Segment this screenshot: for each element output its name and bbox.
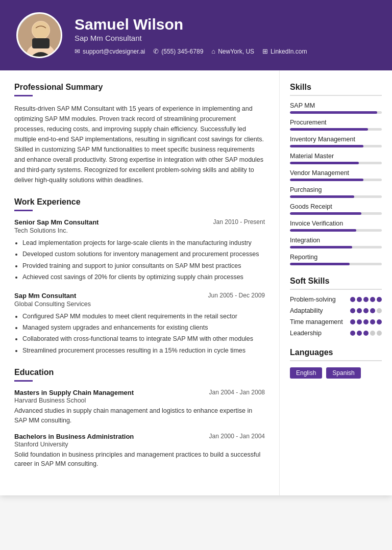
summary-section: Professional Summary Results-driven SAP … (14, 83, 265, 185)
skill-integration-bar-bg (290, 246, 382, 248)
dot-2 (357, 297, 362, 302)
location-text: NewYork, US (218, 48, 254, 55)
job-1: Senior Sap Mm Consultant Jan 2010 - Pres… (14, 218, 265, 283)
skill-vendor: Vendor Management (290, 169, 382, 181)
job-2: Sap Mm Consultant Jun 2005 - Dec 2009 Gl… (14, 292, 265, 356)
header-title: Sap Mm Consultant (75, 34, 376, 42)
edu-1-school: Harvard Business School (14, 397, 265, 404)
dot-4 (370, 297, 375, 302)
skill-procurement-name: Procurement (290, 119, 382, 126)
dot-3 (363, 331, 369, 336)
soft-skill-problem: Problem-solving (290, 296, 382, 303)
body: Professional Summary Results-driven SAP … (0, 70, 392, 495)
skill-inventory-name: Inventory Management (290, 136, 382, 143)
edu-1-desc: Advanced studies in supply chain managem… (14, 406, 265, 426)
education-section: Education Masters in Supply Chain Manage… (14, 368, 265, 469)
skill-procurement-bar-bg (290, 128, 382, 131)
job-2-header: Sap Mm Consultant Jun 2005 - Dec 2009 (14, 292, 265, 299)
email-text: support@cvdesigner.ai (83, 48, 145, 55)
edu-1: Masters in Supply Chain Management Jan 2… (14, 389, 265, 426)
edu-2-degree: Bachelors in Business Administration (14, 433, 134, 440)
skill-sap-mm-bar-bg (290, 111, 382, 114)
job-2-date: Jun 2005 - Dec 2009 (208, 292, 265, 299)
skill-goods-name: Goods Receipt (290, 203, 382, 210)
soft-skill-problem-name: Problem-solving (290, 296, 350, 303)
soft-skill-leadership-dots (350, 331, 382, 336)
summary-title: Professional Summary (14, 83, 265, 92)
edu-2-header: Bachelors in Business Administration Jan… (14, 433, 265, 440)
job-2-title: Sap Mm Consultant (14, 292, 76, 299)
email-icon: ✉ (75, 47, 80, 55)
summary-divider (14, 95, 33, 96)
soft-skill-leadership: Leadership (290, 330, 382, 337)
job-2-company: Global Consulting Services (14, 301, 265, 308)
skill-material-bar-bg (290, 162, 382, 164)
skill-reporting-bar-bg (290, 263, 382, 265)
job-1-bullet-2: Developed custom solutions for inventory… (22, 249, 265, 259)
job-1-bullet-1: Lead implementation projects for large-s… (22, 238, 265, 248)
skill-sap-mm-bar-fill (290, 111, 377, 114)
education-title: Education (14, 368, 265, 377)
contact-linkedin[interactable]: ⊞ LinkedIn.com (262, 47, 307, 55)
job-2-bullets: Configured SAP MM modules to meet client… (14, 312, 265, 356)
phone-icon: ✆ (153, 47, 159, 55)
education-divider (14, 380, 33, 382)
linkedin-icon: ⊞ (262, 47, 268, 55)
language-tags: English Spanish (290, 367, 382, 379)
skill-invoice-bar-fill (290, 229, 356, 232)
dot-4 (370, 319, 375, 324)
skill-goods: Goods Receipt (290, 203, 382, 215)
skill-vendor-name: Vendor Management (290, 169, 382, 177)
skill-sap-mm-name: SAP MM (290, 102, 382, 109)
dot-5 (377, 331, 382, 336)
contact-email: ✉ support@cvdesigner.ai (75, 47, 145, 55)
skill-invoice: Invoice Verification (290, 220, 382, 232)
skill-material-bar-fill (290, 162, 359, 164)
edu-1-date: Jan 2004 - Jan 2008 (209, 389, 265, 396)
job-2-bullet-3: Collaborated with cross-functional teams… (22, 334, 265, 344)
dot-1 (350, 308, 355, 313)
avatar (16, 12, 62, 58)
edu-2-desc: Solid foundation in business principles … (14, 450, 265, 469)
header-name: Samuel Wilson (75, 15, 376, 34)
dot-3 (363, 297, 369, 302)
skill-reporting-bar-fill (290, 263, 350, 265)
soft-skills-divider (290, 289, 382, 290)
skill-reporting-name: Reporting (290, 254, 382, 261)
linkedin-text: LinkedIn.com (271, 48, 307, 55)
soft-skills-title: Soft Skills (290, 277, 382, 286)
phone-text: (555) 345-6789 (161, 48, 203, 55)
soft-skill-adaptability: Adaptability (290, 307, 382, 314)
dot-2 (357, 331, 362, 336)
job-1-bullet-4: Achieved cost savings of 20% for clients… (22, 272, 265, 282)
dot-3 (363, 308, 369, 313)
skill-vendor-bar-fill (290, 179, 363, 181)
skill-integration: Integration (290, 237, 382, 248)
skill-integration-bar-fill (290, 246, 352, 248)
skills-title: Skills (290, 83, 382, 92)
summary-text: Results-driven SAP MM Consultant with 15… (14, 104, 265, 185)
skill-procurement: Procurement (290, 119, 382, 131)
dot-4 (370, 331, 375, 336)
dot-2 (357, 308, 362, 313)
dot-5 (377, 319, 382, 324)
skill-purchasing: Purchasing (290, 186, 382, 198)
dot-5 (377, 308, 382, 313)
dot-1 (350, 319, 355, 324)
skill-goods-bar-bg (290, 212, 382, 215)
edu-2: Bachelors in Business Administration Jan… (14, 433, 265, 469)
experience-divider (14, 210, 33, 211)
languages-divider (290, 360, 382, 361)
skill-reporting: Reporting (290, 254, 382, 265)
skill-goods-bar-fill (290, 212, 361, 215)
job-1-header: Senior Sap Mm Consultant Jan 2010 - Pres… (14, 218, 265, 226)
soft-skill-leadership-name: Leadership (290, 330, 350, 337)
job-1-date: Jan 2010 - Present (213, 218, 265, 226)
job-1-company: Tech Solutions Inc. (14, 227, 265, 234)
header: Samuel Wilson Sap Mm Consultant ✉ suppor… (0, 0, 392, 70)
job-1-bullet-3: Provided training and support to junior … (22, 261, 265, 271)
skills-divider (290, 95, 382, 96)
soft-skill-adaptability-name: Adaptability (290, 307, 350, 314)
skill-sap-mm: SAP MM (290, 102, 382, 114)
dot-4 (370, 308, 375, 313)
